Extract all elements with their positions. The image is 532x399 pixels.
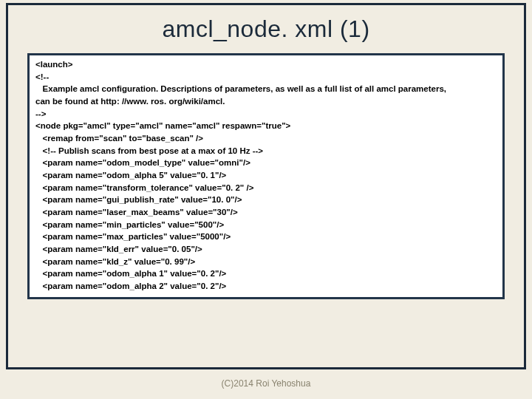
slide-title: amcl_node. xml (1) bbox=[8, 5, 524, 47]
code-box: <launch> <!-- Example amcl configuration… bbox=[27, 53, 505, 299]
footer-copyright: (C)2014 Roi Yehoshua bbox=[0, 378, 532, 389]
code-content: <launch> <!-- Example amcl configuration… bbox=[35, 58, 497, 293]
slide-frame: amcl_node. xml (1) <launch> <!-- Example… bbox=[6, 3, 526, 369]
